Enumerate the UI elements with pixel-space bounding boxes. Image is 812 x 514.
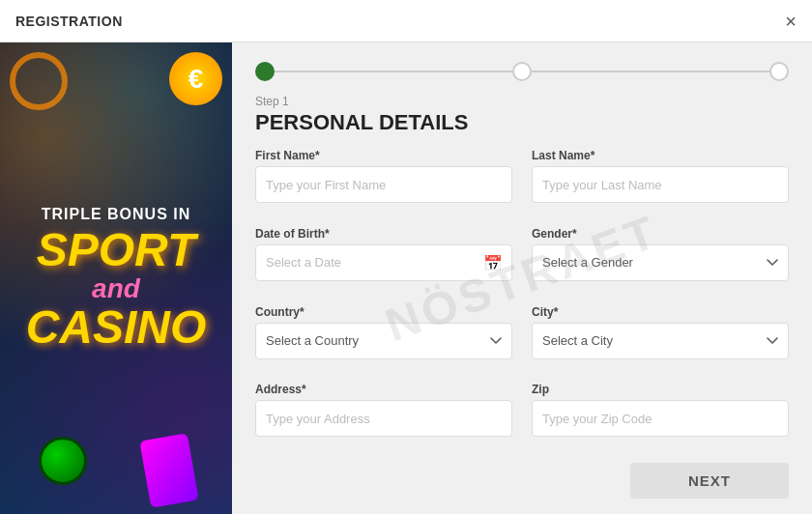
zip-group: Zip — [532, 383, 789, 449]
deco-card — [139, 433, 198, 508]
last-name-input[interactable] — [532, 166, 789, 203]
first-name-input[interactable] — [255, 166, 512, 203]
gender-label: Gender* — [532, 227, 789, 241]
gender-group: Gender* Select a Gender Male Female Othe… — [532, 227, 789, 294]
first-name-label: First Name* — [255, 149, 512, 162]
last-name-group: Last Name* — [532, 149, 789, 215]
step-2-circle — [512, 62, 532, 81]
next-button[interactable]: NEXT — [630, 463, 789, 499]
zip-label: Zip — [532, 383, 789, 396]
first-name-group: First Name* — [255, 149, 512, 215]
and-label: and — [26, 273, 207, 304]
country-label: Country* — [255, 305, 512, 319]
sport-label: SPORT — [26, 227, 207, 273]
last-name-label: Last Name* — [532, 149, 789, 162]
address-label: Address* — [255, 383, 512, 396]
city-select[interactable]: Select a City — [532, 323, 789, 359]
dob-input[interactable] — [255, 244, 512, 281]
step-3-circle — [769, 62, 789, 81]
left-panel-text: TRIPLE BONUS IN SPORT and CASINO — [7, 186, 226, 370]
modal-body: € TRIPLE BONUS IN SPORT and CASINO NÖSTR… — [0, 43, 812, 514]
section-title: PERSONAL DETAILS — [255, 110, 789, 135]
zip-input[interactable] — [532, 400, 789, 437]
deco-top: € — [10, 52, 222, 110]
step-1-circle — [255, 62, 275, 81]
gender-select[interactable]: Select a Gender Male Female Other — [532, 244, 789, 281]
close-button[interactable]: × — [785, 12, 797, 31]
deco-ball — [39, 437, 87, 485]
dob-label: Date of Birth* — [255, 227, 512, 241]
step-label: Step 1 — [255, 95, 789, 108]
address-input[interactable] — [255, 400, 512, 437]
registration-modal: REGISTRATION × € TRIPLE BONUS IN SPORT a… — [0, 0, 812, 514]
progress-bar — [255, 62, 789, 81]
country-group: Country* Select a Country — [255, 305, 512, 372]
city-label: City* — [532, 305, 789, 319]
step-line-2 — [532, 71, 769, 72]
form-footer: NEXT — [255, 463, 789, 499]
modal-title: REGISTRATION — [15, 14, 123, 29]
deco-bottom — [0, 437, 232, 504]
casino-label: CASINO — [26, 304, 207, 351]
triple-bonus-label: TRIPLE BONUS IN — [26, 206, 207, 223]
right-panel: NÖSTRAET Step 1 PERSONAL DETAILS First N… — [232, 43, 812, 514]
form-grid: First Name* Last Name* Date of Birth* 📅 — [255, 149, 789, 449]
deco-euro-coin: € — [169, 52, 222, 105]
dob-wrapper: 📅 — [255, 244, 512, 281]
city-group: City* Select a City — [532, 305, 789, 372]
deco-ring — [10, 52, 68, 110]
modal-header: REGISTRATION × — [0, 0, 812, 43]
address-group: Address* — [255, 383, 512, 449]
left-panel: € TRIPLE BONUS IN SPORT and CASINO — [0, 43, 232, 514]
country-select[interactable]: Select a Country — [255, 323, 512, 359]
dob-group: Date of Birth* 📅 — [255, 227, 512, 294]
step-line-1 — [275, 71, 512, 72]
